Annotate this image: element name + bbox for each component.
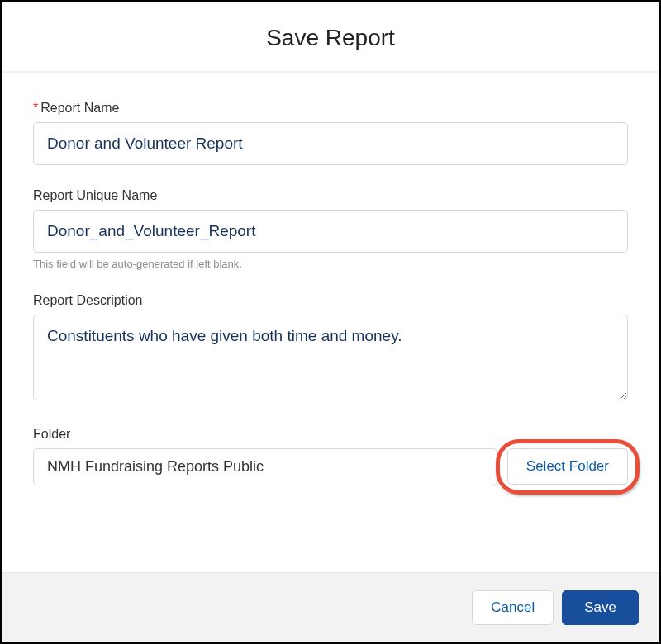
required-asterisk: * [33,101,38,115]
modal-header: Save Report [2,2,659,73]
cancel-button[interactable]: Cancel [472,590,554,625]
folder-group: Folder Select Folder [33,427,628,485]
folder-row: Select Folder [33,448,628,485]
report-name-label: *Report Name [33,101,628,116]
save-button[interactable]: Save [562,590,639,625]
report-description-label: Report Description [33,293,628,308]
report-description-group: Report Description [33,293,628,404]
folder-label: Folder [33,427,628,442]
modal-body: *Report Name Report Unique Name This fie… [2,73,659,572]
folder-input[interactable] [33,448,497,485]
unique-name-help-text: This field will be auto-generated if lef… [33,258,628,270]
modal-footer: Cancel Save [2,572,659,642]
report-unique-name-group: Report Unique Name This field will be au… [33,188,628,270]
save-report-modal: Save Report *Report Name Report Unique N… [0,0,661,644]
modal-title: Save Report [2,25,659,51]
report-name-label-text: Report Name [40,101,119,115]
report-unique-name-label: Report Unique Name [33,188,628,203]
select-folder-wrap: Select Folder [507,448,628,485]
select-folder-button[interactable]: Select Folder [507,448,628,485]
report-unique-name-input[interactable] [33,210,628,253]
report-name-group: *Report Name [33,101,628,165]
report-name-input[interactable] [33,122,628,165]
report-description-input[interactable] [33,315,628,400]
